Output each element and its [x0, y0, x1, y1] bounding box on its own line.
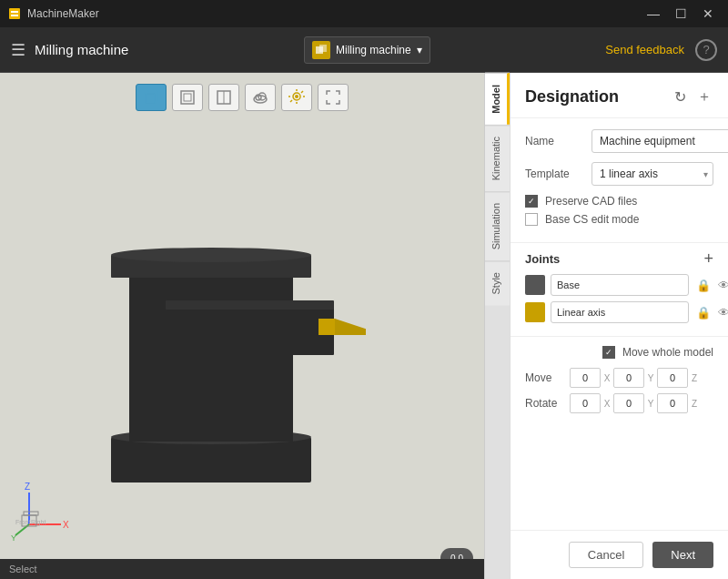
iso-view-button[interactable]: [136, 84, 167, 111]
move-x-input[interactable]: [570, 368, 601, 388]
move-z-label: Z: [690, 373, 699, 383]
refresh-button[interactable]: ↻: [672, 86, 688, 108]
side-view-button[interactable]: [208, 84, 239, 111]
minimize-button[interactable]: —: [641, 1, 666, 26]
cancel-button[interactable]: Cancel: [569, 542, 643, 568]
move-label: Move: [525, 371, 566, 384]
vertical-tabs: Model Kinematic Simulation Style: [484, 73, 510, 579]
template-row: Template 1 linear axis 2 linear axes 3 l…: [525, 162, 713, 186]
main-content: Z X Y Front Right 0.0 Select: [0, 73, 728, 579]
expand-button[interactable]: [318, 84, 349, 111]
machine-selector-label: Milling machine: [336, 44, 411, 56]
rotate-y-input[interactable]: [613, 393, 644, 413]
svg-rect-31: [166, 305, 334, 355]
svg-text:Z: Z: [25, 482, 30, 492]
rotate-coords: X Y Z: [570, 393, 713, 413]
preserve-cad-checkbox[interactable]: [525, 195, 538, 208]
template-label: Template: [525, 168, 584, 180]
titlebar-left: MachineMaker: [7, 6, 99, 21]
template-select[interactable]: 1 linear axis 2 linear axes 3 linear axe…: [592, 162, 713, 186]
svg-rect-4: [319, 45, 327, 52]
svg-point-30: [111, 248, 311, 262]
help-button[interactable]: ?: [695, 39, 717, 61]
rotate-x-input[interactable]: [570, 393, 601, 413]
panel-title: Designation: [525, 87, 619, 107]
joint-color-linear: [525, 302, 545, 322]
svg-rect-2: [11, 15, 18, 16]
lock-base-button[interactable]: 🔒: [694, 277, 713, 294]
tab-style[interactable]: Style: [485, 260, 510, 305]
joints-title: Joints: [525, 252, 560, 266]
front-view-button[interactable]: [172, 84, 203, 111]
joints-header: Joints +: [525, 250, 713, 267]
panel-footer: Cancel Next: [511, 530, 728, 579]
tab-simulation[interactable]: Simulation: [485, 191, 510, 260]
move-y-input[interactable]: [613, 368, 644, 388]
form-section: Name Template 1 linear axis 2 linear axe…: [511, 118, 728, 242]
machine-selector[interactable]: Milling machine ▾: [304, 36, 430, 64]
view-toolbar: [136, 84, 349, 111]
machine-selector-arrow: ▾: [417, 44, 422, 56]
svg-rect-50: [24, 512, 38, 515]
base-cs-row: Base CS edit mode: [525, 213, 713, 226]
joint-color-base: [525, 275, 545, 295]
lock-linear-button[interactable]: 🔒: [694, 304, 713, 321]
tab-model[interactable]: Model: [485, 73, 510, 125]
next-button[interactable]: Next: [652, 542, 713, 568]
panel-header: Designation ↻ ＋: [511, 73, 728, 118]
status-text: Select: [9, 564, 37, 574]
move-x-label: X: [602, 373, 612, 383]
viewport[interactable]: Z X Y Front Right 0.0 Select: [0, 73, 484, 579]
machine-selector-icon: [312, 41, 330, 59]
svg-line-24: [290, 100, 292, 102]
base-cs-label: Base CS edit mode: [545, 213, 639, 226]
app-logo-icon: [7, 6, 22, 21]
svg-text:Right: Right: [31, 519, 46, 526]
machine-3d-view: [56, 127, 366, 510]
svg-text:X: X: [63, 520, 69, 530]
toolbar-right: Send feedback ?: [605, 39, 717, 61]
name-label: Name: [525, 135, 584, 147]
maximize-button[interactable]: ☐: [668, 1, 693, 26]
add-joint-button[interactable]: +: [703, 250, 713, 267]
toolbar-title: Milling machine: [35, 42, 128, 57]
top-toolbar: ☰ Milling machine Milling machine ▾ Send…: [0, 27, 728, 73]
add-button[interactable]: ＋: [695, 86, 713, 108]
svg-text:Front: Front: [15, 519, 30, 525]
panel-header-actions: ↻ ＋: [672, 86, 713, 108]
cloud-button[interactable]: [245, 84, 276, 111]
move-y-label: Y: [646, 373, 655, 383]
name-row: Name: [525, 129, 713, 153]
svg-rect-32: [166, 300, 334, 310]
move-whole-model-checkbox[interactable]: [602, 346, 615, 359]
svg-rect-11: [181, 91, 194, 104]
rotate-row: Rotate X Y Z: [525, 393, 713, 413]
move-z-input[interactable]: [657, 368, 688, 388]
name-input[interactable]: [592, 129, 728, 153]
move-row: Move X Y Z: [525, 368, 713, 388]
svg-text:Y: Y: [11, 533, 16, 543]
eye-linear-button[interactable]: 👁: [716, 304, 728, 321]
feedback-button[interactable]: Send feedback: [605, 43, 684, 56]
close-button[interactable]: ✕: [695, 1, 721, 26]
joint-name-linear[interactable]: [551, 301, 689, 323]
transform-section: Move whole model Move X Y Z Rotate X: [511, 336, 728, 428]
rotate-x-label: X: [602, 399, 612, 409]
svg-rect-1: [11, 11, 18, 13]
lighting-button[interactable]: [281, 84, 312, 111]
rotate-z-label: Z: [690, 399, 699, 409]
base-cs-checkbox[interactable]: [525, 213, 538, 226]
preserve-cad-row: Preserve CAD files: [525, 195, 713, 208]
template-select-wrapper: 1 linear axis 2 linear axes 3 linear axe…: [592, 162, 713, 186]
tab-kinematic[interactable]: Kinematic: [485, 125, 510, 191]
joints-section: Joints + 🔒 👁 🔒 👁 −: [511, 242, 728, 336]
eye-base-button[interactable]: 👁: [716, 277, 728, 294]
viewport-status-bar: Select: [0, 559, 484, 579]
svg-marker-34: [335, 319, 366, 335]
rotate-z-input[interactable]: [657, 393, 688, 413]
menu-icon[interactable]: ☰: [11, 40, 25, 60]
svg-rect-0: [9, 8, 20, 19]
move-whole-model-row: Move whole model: [525, 346, 713, 359]
joint-name-base[interactable]: [551, 274, 689, 296]
axis-widget: Z X Y Front Right: [11, 479, 66, 533]
